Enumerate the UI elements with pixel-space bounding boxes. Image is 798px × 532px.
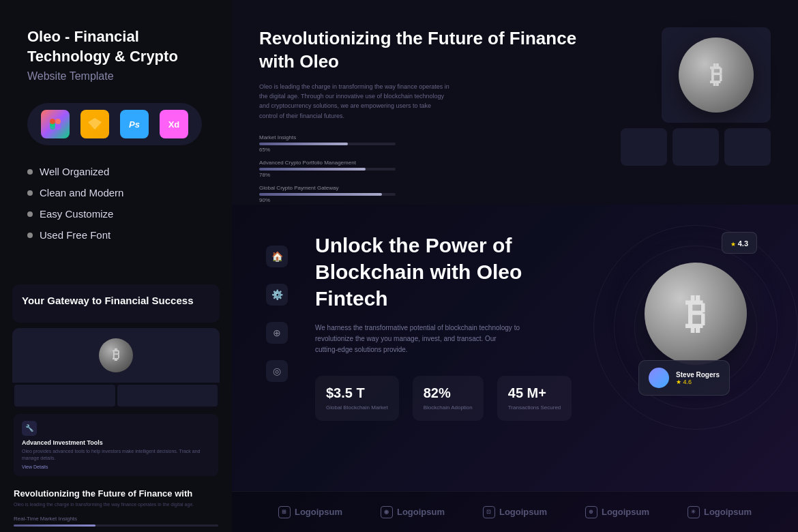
insights-bar: Real-Time Market Insights bbox=[0, 512, 232, 532]
small-bitcoin-coin: ₿ bbox=[99, 338, 133, 372]
sidebar-icon-list: 🏠 ⚙️ ⊕ ◎ bbox=[266, 246, 288, 421]
stat-bar-item: Market Insights 65% bbox=[259, 134, 593, 153]
logo-label-5: Logoipsum bbox=[704, 507, 752, 517]
invest-icon: 🔧 bbox=[22, 421, 37, 436]
small-card bbox=[673, 128, 719, 166]
logo-label-1: Logoipsum bbox=[295, 507, 342, 517]
blockchain-headline: Unlock the Power of Blockchain with Oleo… bbox=[315, 232, 533, 312]
stat-bar-bg bbox=[259, 168, 396, 171]
features-list: Well Organized Clean and Modern Easy Cus… bbox=[27, 166, 205, 241]
invest-card: 🔧 Advanced Investment Tools Oleo provide… bbox=[14, 414, 218, 476]
invest-link[interactable]: View Details bbox=[22, 464, 210, 469]
rev-main-title: Revolutionizing the Future of Finance wi… bbox=[259, 27, 593, 74]
stat-title: Global Blockchain Market bbox=[326, 404, 388, 411]
left-panel: Oleo - Financial Technology & Crypto Web… bbox=[0, 0, 232, 532]
badge-star-icon: ★ bbox=[730, 241, 738, 248]
logo-label-3: Logoipsum bbox=[499, 507, 547, 517]
logo-icon-5: ✳ bbox=[688, 506, 700, 518]
user-rating-score: 4.6 bbox=[683, 379, 692, 385]
logo-item-3: ⊡ Logoipsum bbox=[483, 506, 547, 518]
badge-value: 4.3 bbox=[738, 239, 748, 248]
logo-item-2: ◉ Logoipsum bbox=[381, 506, 445, 518]
svg-point-1 bbox=[55, 119, 61, 124]
svg-marker-6 bbox=[88, 118, 102, 130]
stat-bar-item: Advanced Crypto Portfolio Management 78% bbox=[259, 160, 593, 178]
left-panel-bottom: Your Gateway to Financial Success ₿ 🔧 Ad… bbox=[0, 284, 232, 532]
rev-bottom-heading: Revolutionizing the Future of Finance wi… bbox=[14, 488, 218, 499]
invest-title: Advanced Investment Tools bbox=[22, 439, 210, 446]
grid-cell bbox=[14, 385, 115, 407]
stat-percent: 90% bbox=[259, 197, 593, 203]
logo-icon-1: ⊞ bbox=[278, 506, 291, 518]
logo-bar: ⊞ Logoipsum ◉ Logoipsum ⊡ Logoipsum ⊛ Lo… bbox=[232, 491, 798, 532]
stat-label: Market Insights bbox=[259, 134, 593, 141]
top-rating-badge: ★ 4.3 bbox=[722, 232, 757, 254]
user-rating-card: Steve Rogers ★ 4.6 bbox=[638, 360, 730, 396]
insights-label: Real-Time Market Insights bbox=[14, 516, 218, 522]
add-circle-icon[interactable]: ⊕ bbox=[266, 322, 288, 344]
photoshop-icon: Ps bbox=[120, 110, 149, 138]
stat-bar-bg bbox=[259, 193, 396, 196]
bullet-icon bbox=[27, 169, 33, 175]
main-container: Oleo - Financial Technology & Crypto Web… bbox=[0, 0, 798, 532]
small-card bbox=[621, 128, 667, 166]
small-card bbox=[724, 128, 771, 166]
adobexd-icon: Xd bbox=[160, 110, 188, 138]
feature-item: Well Organized bbox=[27, 166, 205, 177]
bullet-icon bbox=[27, 190, 33, 196]
insights-progress-bar bbox=[14, 524, 218, 527]
rev-bottom-desc: Oleo is leading the charge in transformi… bbox=[14, 501, 218, 509]
svg-point-4 bbox=[50, 124, 55, 130]
logo-icon-3: ⊡ bbox=[483, 506, 495, 518]
grid-cell bbox=[117, 385, 218, 407]
stat-label: Global Crypto Payment Gateway bbox=[259, 185, 593, 191]
settings-icon[interactable]: ⚙️ bbox=[266, 284, 288, 306]
bullet-icon bbox=[27, 211, 33, 217]
logo-label-4: Logoipsum bbox=[602, 507, 649, 517]
big-bitcoin-coin: ₿ bbox=[645, 263, 747, 365]
stat-bar-fill bbox=[259, 168, 366, 171]
user-name: Steve Rogers bbox=[676, 371, 720, 379]
logo-item-5: ✳ Logoipsum bbox=[688, 506, 752, 518]
coin-area: ₿ bbox=[621, 27, 771, 166]
insights-progress-fill bbox=[14, 524, 95, 527]
stat-value: $3.5 T bbox=[326, 385, 388, 401]
stat-bars: Market Insights 65% Advanced Crypto Port… bbox=[259, 134, 593, 203]
top-preview-section: Revolutionizing the Future of Finance wi… bbox=[232, 0, 798, 218]
stat-bar-fill bbox=[259, 193, 382, 196]
image-grid bbox=[12, 383, 220, 409]
logo-item-1: ⊞ Logoipsum bbox=[278, 506, 342, 518]
home-icon[interactable]: 🏠 bbox=[266, 246, 288, 267]
stat-value: 82% bbox=[424, 385, 473, 401]
user-avatar bbox=[649, 368, 669, 388]
token-icon[interactable]: ◎ bbox=[266, 360, 288, 382]
right-area: Revolutionizing the Future of Finance wi… bbox=[232, 0, 798, 532]
stat-percent: 65% bbox=[259, 147, 593, 153]
feature-item: Clean and Modern bbox=[27, 187, 205, 198]
big-bitcoin-symbol: ₿ bbox=[685, 291, 706, 338]
stat-bar-fill bbox=[259, 143, 348, 145]
coin-preview-area: ₿ bbox=[12, 328, 220, 383]
stat-bar-item: Global Crypto Payment Gateway 90% bbox=[259, 185, 593, 203]
globe-coin-area: ₿ ★ 4.3 Steve Rogers ★ 4.6 bbox=[552, 211, 798, 471]
bitcoin-symbol: ₿ bbox=[710, 61, 722, 89]
feature-item: Used Free Font bbox=[27, 229, 205, 241]
svg-point-3 bbox=[50, 119, 55, 124]
svg-point-2 bbox=[55, 124, 61, 130]
inner-preview-card: ₿ bbox=[12, 328, 220, 409]
blockchain-preview-section: 🏠 ⚙️ ⊕ ◎ Unlock the Power of Blockchain … bbox=[232, 205, 798, 532]
logo-icon-2: ◉ bbox=[381, 506, 393, 518]
blockchain-section: 🏠 ⚙️ ⊕ ◎ Unlock the Power of Blockchain … bbox=[232, 205, 798, 448]
logo-label-2: Logoipsum bbox=[397, 507, 445, 517]
figma-icon bbox=[41, 110, 70, 138]
sketch-icon bbox=[80, 110, 109, 138]
logo-item-4: ⊛ Logoipsum bbox=[585, 506, 649, 518]
product-title: Oleo - Financial Technology & Crypto bbox=[27, 27, 205, 66]
rating-info: Steve Rogers ★ 4.6 bbox=[676, 371, 720, 385]
top-preview-text: Revolutionizing the Future of Finance wi… bbox=[259, 27, 593, 210]
stat-label: Advanced Crypto Portfolio Management bbox=[259, 160, 593, 166]
gateway-card: Your Gateway to Financial Success bbox=[12, 284, 220, 323]
invest-desc: Oleo provides advanced tools to help inv… bbox=[22, 448, 210, 462]
stat-box-market: $3.5 T Global Blockchain Market bbox=[315, 376, 399, 421]
bullet-icon bbox=[27, 233, 33, 238]
